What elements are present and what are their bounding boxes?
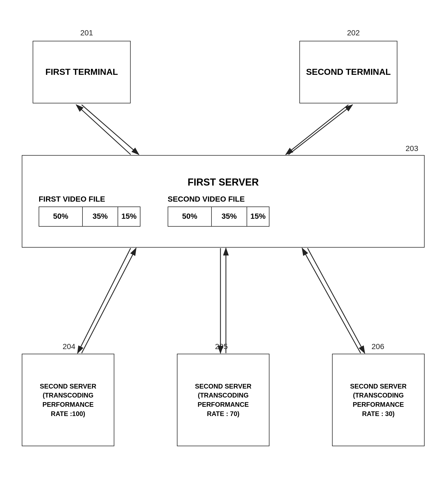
second-server-204-label: SECOND SERVER(TRANSCODINGPERFORMANCERATE… <box>40 382 96 418</box>
first-terminal-box: FIRST TERMINAL <box>33 41 131 103</box>
second-seg-15: 15% <box>247 207 269 226</box>
video-files-row: FIRST VIDEO FILE 50% 35% 15% SECOND VIDE… <box>33 194 413 226</box>
arrow-server-to-ss204 <box>78 248 131 353</box>
arrow-second-terminal-to-server <box>286 105 348 155</box>
ref-label-202: 202 <box>347 29 360 37</box>
second-terminal-box: SECOND TERMINAL <box>299 41 397 103</box>
first-server-box: FIRST SERVER FIRST VIDEO FILE 50% 35% 15… <box>22 155 425 248</box>
second-terminal-label: SECOND TERMINAL <box>306 66 391 78</box>
first-video-file-group: FIRST VIDEO FILE 50% 35% 15% <box>39 194 140 226</box>
arrow-server-to-first-terminal <box>76 105 131 155</box>
diagram-container: 201 202 203 204 205 206 FIRST TERMINAL S… <box>0 0 448 499</box>
second-video-file-group: SECOND VIDEO FILE 50% 35% 15% <box>168 194 269 226</box>
second-server-205-label: SECOND SERVER(TRANSCODINGPERFORMANCERATE… <box>195 382 251 418</box>
ref-label-201: 201 <box>80 29 93 37</box>
ref-label-206: 206 <box>372 342 384 351</box>
second-server-205-box: SECOND SERVER(TRANSCODINGPERFORMANCERATE… <box>177 354 269 446</box>
arrow-first-terminal-to-server <box>82 105 139 155</box>
first-video-file-label: FIRST VIDEO FILE <box>39 194 105 204</box>
first-seg-35: 35% <box>83 207 118 226</box>
first-video-segments: 50% 35% 15% <box>39 207 140 227</box>
second-server-206-label: SECOND SERVER(TRANSCODINGPERFORMANCERATE… <box>350 382 407 418</box>
second-video-file-label: SECOND VIDEO FILE <box>168 194 245 204</box>
ref-label-204: 204 <box>63 342 75 351</box>
second-server-204-box: SECOND SERVER(TRANSCODINGPERFORMANCERATE… <box>22 354 114 446</box>
ref-label-205: 205 <box>215 342 228 351</box>
arrow-ss204-to-server <box>82 248 136 353</box>
arrow-server-to-ss206 <box>308 248 365 353</box>
second-server-206-box: SECOND SERVER(TRANSCODINGPERFORMANCERATE… <box>332 354 425 446</box>
arrow-ss206-to-server <box>302 248 361 353</box>
first-server-title: FIRST SERVER <box>33 176 413 189</box>
second-seg-50: 50% <box>168 207 212 226</box>
first-seg-15: 15% <box>118 207 140 226</box>
first-seg-50: 50% <box>39 207 83 226</box>
second-seg-35: 35% <box>212 207 247 226</box>
ref-label-203: 203 <box>406 144 418 153</box>
second-video-segments: 50% 35% 15% <box>168 207 269 227</box>
arrow-server-to-second-terminal <box>289 105 352 155</box>
first-terminal-label: FIRST TERMINAL <box>45 66 118 78</box>
